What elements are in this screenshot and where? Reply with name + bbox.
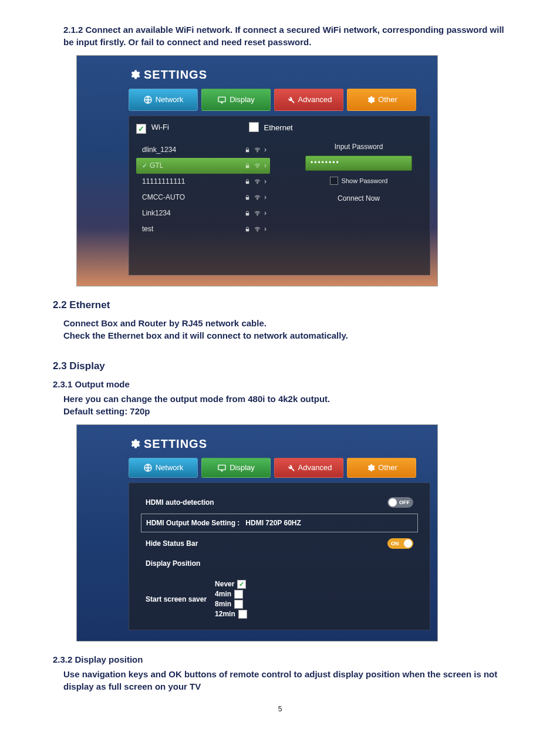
checkbox-icon <box>234 590 243 599</box>
show-password-label: Show Password <box>342 177 388 185</box>
check-icon: ✓ <box>142 161 147 170</box>
heading-2-2: 2.2 Ethernet <box>53 298 507 312</box>
lock-icon <box>244 147 251 153</box>
wifi-toggle[interactable]: ✓ Wi-Fi <box>136 122 169 134</box>
chevron-right-icon: › <box>264 177 266 187</box>
checkbox-icon <box>238 610 247 619</box>
heading-2-3: 2.3 Display <box>53 359 507 373</box>
checkbox-icon: ✓ <box>136 124 146 134</box>
wifi-network-item[interactable]: dlink_1234› <box>136 142 270 158</box>
globe-icon <box>143 95 153 104</box>
wifi-name: CMCC-AUTO <box>142 193 244 202</box>
tab-display-label: Display <box>230 463 255 473</box>
tab-other[interactable]: Other <box>347 458 416 478</box>
screen-saver-label: Start screen saver <box>146 595 207 605</box>
wifi-network-item[interactable]: Link1234› <box>136 205 270 221</box>
lock-icon <box>244 194 251 201</box>
screen-saver-option-label: 8min <box>215 599 231 609</box>
page-number: 5 <box>53 704 507 714</box>
screen-saver-option[interactable]: Never✓ <box>215 579 247 589</box>
heading-2-3-1: 2.3.1 Output mode <box>53 378 507 390</box>
gear-icon <box>129 69 140 80</box>
show-password-toggle[interactable]: Show Password <box>330 177 388 185</box>
hdmi-output-mode-row[interactable]: HDMI Output Mode Setting : HDMI 720P 60H… <box>141 514 418 532</box>
tab-network[interactable]: Network <box>129 458 198 478</box>
settings-title: SETTINGS <box>129 66 430 83</box>
chevron-right-icon: › <box>264 224 266 234</box>
lock-icon <box>244 178 251 185</box>
chevron-right-icon: › <box>264 161 266 171</box>
tab-display[interactable]: Display <box>201 89 271 111</box>
checkbox-icon: ✓ <box>249 122 259 132</box>
gear-icon <box>366 463 375 472</box>
globe-icon <box>143 463 153 472</box>
display-position-row[interactable]: Display Position <box>141 555 418 572</box>
section-2-1-2: 2.1.2 Connect an available WiFi network.… <box>63 23 507 48</box>
chevron-right-icon: › <box>264 208 266 218</box>
text-2-2-line2: Check the Ethernet box and it will conne… <box>63 329 507 342</box>
screen-saver-option[interactable]: 12min <box>215 609 247 619</box>
tab-network-label: Network <box>156 463 184 473</box>
tools-icon <box>286 463 295 472</box>
heading-2-3-2: 2.3.2 Display position <box>53 653 507 666</box>
checkbox-icon <box>330 177 338 185</box>
wifi-name: test <box>142 224 244 234</box>
wifi-network-item[interactable]: 11111111111› <box>136 174 270 190</box>
tab-network-label: Network <box>156 94 184 105</box>
wifi-network-list: dlink_1234›✓GTL›11111111111›CMCC-AUTO›Li… <box>136 142 270 237</box>
tab-advanced[interactable]: Advanced <box>274 89 343 111</box>
ethernet-label: Ethernet <box>264 123 293 132</box>
wifi-name: 11111111111 <box>142 177 244 187</box>
gear-icon <box>129 438 140 450</box>
tab-other-label: Other <box>378 94 397 105</box>
tab-display-label: Display <box>230 94 255 105</box>
hide-status-bar-row[interactable]: Hide Status Bar ON <box>141 535 418 552</box>
screen-saver-option[interactable]: 8min <box>215 599 247 609</box>
toggle-on[interactable]: ON <box>387 538 413 549</box>
ethernet-toggle[interactable]: ✓ Ethernet <box>249 122 293 134</box>
toggle-off[interactable]: OFF <box>387 497 413 508</box>
display-icon <box>217 463 227 472</box>
lock-icon <box>244 163 251 169</box>
text-2-2-line1: Connect Box and Router by RJ45 network c… <box>63 317 507 329</box>
chevron-right-icon: › <box>264 145 266 155</box>
screenshot-wifi-settings: SETTINGS Network Display Advanced Other <box>76 55 438 286</box>
tab-network[interactable]: Network <box>129 89 198 111</box>
input-password-label: Input Password <box>335 142 383 152</box>
screen-saver-option-label: Never <box>215 579 234 589</box>
settings-title: SETTINGS <box>129 436 430 452</box>
text-2-3-1-line2: Default setting: 720p <box>63 405 507 417</box>
connect-now-button[interactable]: Connect Now <box>338 194 380 204</box>
lock-icon <box>244 226 251 232</box>
wifi-label: Wi-Fi <box>151 123 169 131</box>
wifi-name: GTL <box>150 161 244 171</box>
screen-saver-row: Start screen saver Never✓4min8min12min <box>141 575 418 619</box>
tab-other-label: Other <box>378 463 397 473</box>
text-2-3-1-line1: Here you can change the output mode from… <box>63 393 507 405</box>
wifi-icon <box>254 178 261 185</box>
wifi-icon <box>254 163 261 169</box>
hdmi-auto-label: HDMI auto-detection <box>146 498 214 508</box>
tab-advanced[interactable]: Advanced <box>274 458 343 478</box>
checkbox-icon: ✓ <box>237 580 246 589</box>
wifi-icon <box>254 210 261 217</box>
gear-icon <box>366 95 375 104</box>
wifi-name: dlink_1234 <box>142 145 244 155</box>
chevron-right-icon: › <box>264 193 266 202</box>
tools-icon <box>286 95 295 104</box>
wifi-network-item[interactable]: CMCC-AUTO› <box>136 190 270 205</box>
wifi-network-item[interactable]: test› <box>136 221 270 237</box>
password-input[interactable]: •••••••• <box>305 156 412 171</box>
screenshot-display-settings: SETTINGS Network Display Advanced Other … <box>76 424 438 642</box>
hdmi-auto-detection-row[interactable]: HDMI auto-detection OFF <box>141 494 418 511</box>
tab-other[interactable]: Other <box>347 89 416 111</box>
settings-title-text: SETTINGS <box>144 66 207 83</box>
wifi-name: Link1234 <box>142 208 244 218</box>
lock-icon <box>244 210 251 217</box>
wifi-icon <box>254 147 261 153</box>
wifi-network-item[interactable]: ✓GTL› <box>136 158 270 174</box>
tab-display[interactable]: Display <box>201 458 271 478</box>
hide-status-label: Hide Status Bar <box>146 539 198 549</box>
screen-saver-option[interactable]: 4min <box>215 589 247 599</box>
screen-saver-option-label: 4min <box>215 589 231 599</box>
